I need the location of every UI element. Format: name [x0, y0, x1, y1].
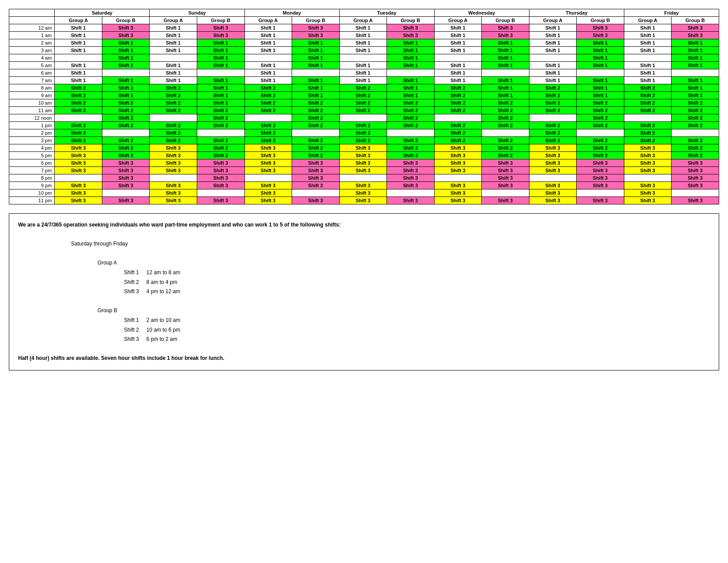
thu-groupA-header: Group A — [529, 17, 576, 24]
shift-cell: Shift 3 — [197, 182, 244, 189]
shift-cell: Shift 3 — [576, 182, 624, 189]
shift-cell: Shift 1 — [434, 39, 481, 47]
shift-cell: Shift 1 — [339, 39, 387, 47]
time-label: 10 am — [9, 99, 55, 107]
shift-cell: Shift 1 — [292, 77, 339, 84]
shift-cell: Shift 3 — [624, 189, 671, 197]
shift-cell: Shift 3 — [244, 152, 292, 159]
shift-cell: Shift 2 — [197, 144, 244, 152]
shift-cell: Shift 1 — [339, 24, 387, 32]
shift-cell: Shift 1 — [624, 24, 671, 32]
shift-cell: Shift 2 — [671, 99, 719, 107]
shift-cell: Shift 3 — [624, 159, 671, 167]
mon-groupB-header: Group B — [292, 17, 339, 24]
shift-cell: Shift 3 — [197, 32, 244, 39]
shift-cell: Shift 1 — [529, 39, 576, 47]
shift-cell: Shift 2 — [102, 99, 150, 107]
shift-cell — [624, 54, 671, 62]
shift-cell: Shift 1 — [671, 39, 719, 47]
shift-cell: Shift 2 — [102, 144, 150, 152]
shift-cell: Shift 2 — [387, 137, 434, 144]
shift-cell: Shift 2 — [150, 99, 197, 107]
shift-cell: Shift 3 — [434, 159, 481, 167]
shift-cell: Shift 2 — [434, 84, 481, 92]
time-label: 8 am — [9, 84, 55, 92]
shift-cell: Shift 1 — [339, 47, 387, 54]
shift-cell: Shift 1 — [339, 77, 387, 84]
shift-cell: Shift 1 — [481, 92, 529, 99]
shift-cell — [150, 114, 197, 122]
shift-cell: Shift 3 — [624, 197, 671, 204]
shift-cell: Shift 1 — [150, 32, 197, 39]
shift-cell: Shift 1 — [150, 39, 197, 47]
shift-cell — [529, 54, 576, 62]
shift-cell: Shift 2 — [197, 152, 244, 159]
time-label: 9 am — [9, 92, 55, 99]
shift-cell: Shift 2 — [150, 92, 197, 99]
tuesday-header: Tuesday — [339, 9, 434, 17]
shift-cell — [339, 174, 387, 182]
shift-cell: Shift 2 — [244, 84, 292, 92]
shift-cell: Shift 1 — [102, 84, 150, 92]
shift-cell: Shift 1 — [624, 39, 671, 47]
table-row: 3 pmShift 2Shift 2Shift 2Shift 2Shift 2S… — [9, 137, 719, 144]
shift-cell: Shift 3 — [339, 159, 387, 167]
info-group-b: Group B — [98, 306, 710, 316]
shift-cell: Shift 3 — [244, 159, 292, 167]
shift-cell: Shift 3 — [244, 197, 292, 204]
time-label: 5 pm — [9, 152, 55, 159]
table-row: 2 amShift 1Shift 1Shift 1Shift 1Shift 1S… — [9, 39, 719, 47]
shift-cell: Shift 2 — [387, 99, 434, 107]
shift-cell — [434, 174, 481, 182]
shift-cell: Shift 2 — [481, 114, 529, 122]
info-footer: Half (4 hour) shifts are available. Seve… — [18, 354, 710, 363]
shift-cell — [150, 54, 197, 62]
time-label: 11 am — [9, 107, 55, 114]
info-groupA-shift2: Shift 2 8 am to 4 pm — [124, 278, 710, 287]
shift-cell: Shift 1 — [624, 47, 671, 54]
shift-cell: Shift 3 — [244, 182, 292, 189]
shift-cell: Shift 3 — [292, 197, 339, 204]
shift-cell: Shift 1 — [576, 47, 624, 54]
shift-cell: Shift 2 — [150, 137, 197, 144]
shift-cell: Shift 1 — [576, 84, 624, 92]
shift-cell: Shift 3 — [671, 32, 719, 39]
table-row: 11 pmShift 3Shift 3Shift 3Shift 3Shift 3… — [9, 197, 719, 204]
shift-cell: Shift 3 — [671, 197, 719, 204]
table-row: 12 noonShift 2Shift 2Shift 2Shift 2Shift… — [9, 114, 719, 122]
shift-cell: Shift 1 — [387, 62, 434, 69]
shift-cell: Shift 1 — [529, 69, 576, 77]
shift-cell: Shift 1 — [481, 39, 529, 47]
table-row: 5 amShift 1Shift 1Shift 1Shift 1Shift 1S… — [9, 62, 719, 69]
shift-cell: Shift 3 — [55, 167, 102, 174]
shift-cell: Shift 3 — [529, 182, 576, 189]
shift-cell — [671, 189, 719, 197]
shift-cell: Shift 2 — [55, 137, 102, 144]
shift-cell: Shift 2 — [671, 152, 719, 159]
shift-cell: Shift 3 — [150, 197, 197, 204]
shift-cell: Shift 2 — [481, 144, 529, 152]
shift-cell: Shift 2 — [387, 144, 434, 152]
tue-groupA-header: Group A — [339, 17, 387, 24]
tue-groupB-header: Group B — [387, 17, 434, 24]
sat-groupA-header: Group A — [55, 17, 102, 24]
shift-cell — [244, 114, 292, 122]
fri-groupA-header: Group A — [624, 17, 671, 24]
shift-cell: Shift 3 — [387, 182, 434, 189]
shift-cell: Shift 3 — [292, 159, 339, 167]
shift-cell: Shift 2 — [434, 122, 481, 129]
info-group-a: Group A — [98, 258, 710, 268]
table-row: 7 pmShift 3Shift 3Shift 3Shift 3Shift 3S… — [9, 167, 719, 174]
shift-cell: Shift 3 — [55, 189, 102, 197]
shift-cell: Shift 1 — [576, 39, 624, 47]
shift-cell: Shift 2 — [102, 122, 150, 129]
wednesday-header: Wednesday — [434, 9, 529, 17]
shift-cell: Shift 3 — [55, 182, 102, 189]
shift-cell: Shift 1 — [150, 62, 197, 69]
sat-groupB-header: Group B — [102, 17, 150, 24]
shift-cell: Shift 1 — [339, 62, 387, 69]
shift-cell: Shift 3 — [481, 32, 529, 39]
shift-cell: Shift 1 — [55, 69, 102, 77]
shift-cell: Shift 3 — [387, 32, 434, 39]
sun-groupA-header: Group A — [150, 17, 197, 24]
